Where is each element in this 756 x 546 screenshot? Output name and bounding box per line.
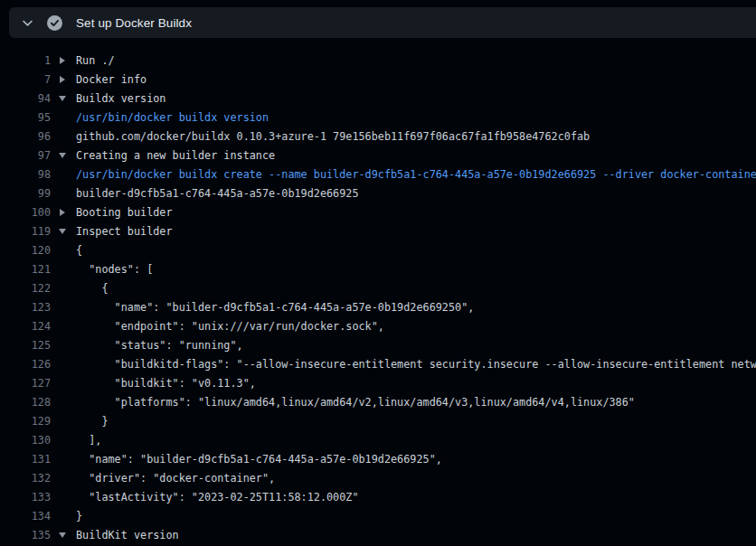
log-line: 129 } xyxy=(0,411,756,430)
line-number[interactable]: 135 xyxy=(0,529,51,541)
line-number[interactable]: 121 xyxy=(0,263,51,276)
log-line: 127 "buildkit": "v0.11.3", xyxy=(0,373,756,392)
line-number[interactable]: 123 xyxy=(0,301,51,314)
log-text: { xyxy=(74,244,756,257)
log-text: "name": "builder-d9cfb5a1-c764-445a-a57e… xyxy=(74,453,756,466)
line-number[interactable]: 7 xyxy=(0,73,51,86)
line-number[interactable]: 131 xyxy=(0,453,51,466)
group-title[interactable]: Docker info xyxy=(74,73,756,86)
chevron-down-icon[interactable] xyxy=(20,15,34,30)
log-group-row[interactable]: 97Creating a new builder instance xyxy=(0,146,756,165)
line-number[interactable]: 130 xyxy=(0,434,51,447)
log-text: "nodes": [ xyxy=(74,263,756,276)
group-title[interactable]: Booting builder xyxy=(74,206,756,219)
log-text: github.com/docker/buildx 0.10.3+azure-1 … xyxy=(74,130,756,143)
log-text: "driver": "docker-container", xyxy=(74,472,756,485)
log-line: 132 "driver": "docker-container", xyxy=(0,468,756,487)
group-title[interactable]: Buildx version xyxy=(74,92,756,105)
line-number[interactable]: 133 xyxy=(0,491,51,504)
group-toggle[interactable] xyxy=(51,209,74,216)
line-number[interactable]: 134 xyxy=(0,510,51,522)
log-line: 95/usr/bin/docker buildx version xyxy=(0,108,756,127)
log-text: builder-d9cfb5a1-c764-445a-a57e-0b19d2e6… xyxy=(74,187,756,200)
line-number[interactable]: 126 xyxy=(0,358,51,371)
command-text: /usr/bin/docker buildx create --name bui… xyxy=(74,168,756,181)
step-header[interactable]: Set up Docker Buildx xyxy=(9,7,756,38)
group-title[interactable]: BuildKit version xyxy=(74,529,756,541)
group-toggle[interactable] xyxy=(51,229,74,234)
line-number[interactable]: 122 xyxy=(0,282,51,295)
log-text: "lastActivity": "2023-02-25T11:58:12.000… xyxy=(74,491,756,504)
group-toggle[interactable] xyxy=(51,96,74,101)
log-text: } xyxy=(74,510,756,522)
log-line: 122 { xyxy=(0,278,756,297)
line-number[interactable]: 95 xyxy=(0,111,51,124)
log-line: 120{ xyxy=(0,240,756,259)
line-number[interactable]: 125 xyxy=(0,339,51,352)
chevron-right-icon[interactable] xyxy=(60,57,65,64)
line-number[interactable]: 1 xyxy=(0,54,51,67)
line-number[interactable]: 120 xyxy=(0,244,51,257)
log-line: 121 "nodes": [ xyxy=(0,259,756,278)
line-number[interactable]: 97 xyxy=(0,149,51,162)
log-line: 131 "name": "builder-d9cfb5a1-c764-445a-… xyxy=(0,449,756,468)
log-line: 125 "status": "running", xyxy=(0,335,756,354)
log-group-row[interactable]: 100Booting builder xyxy=(0,202,756,221)
log-output[interactable]: 1Run ./7Docker info94Buildx version95/us… xyxy=(0,42,756,546)
log-group-row[interactable]: 135BuildKit version xyxy=(0,525,756,544)
line-number[interactable]: 99 xyxy=(0,187,51,200)
log-line: 134} xyxy=(0,506,756,525)
group-toggle[interactable] xyxy=(51,57,74,64)
chevron-down-icon[interactable] xyxy=(59,153,66,158)
group-toggle[interactable] xyxy=(51,532,74,538)
log-line: 96github.com/docker/buildx 0.10.3+azure-… xyxy=(0,127,756,146)
command-text: /usr/bin/docker buildx version xyxy=(74,111,756,124)
log-line: 98/usr/bin/docker buildx create --name b… xyxy=(0,165,756,184)
line-number[interactable]: 127 xyxy=(0,377,51,390)
line-number[interactable]: 96 xyxy=(0,130,51,143)
line-number[interactable]: 94 xyxy=(0,92,51,105)
line-number[interactable]: 132 xyxy=(0,472,51,485)
chevron-right-icon[interactable] xyxy=(60,76,65,83)
log-text: } xyxy=(74,415,756,428)
log-text: "buildkit": "v0.11.3", xyxy=(74,377,756,390)
log-text: "platforms": "linux/amd64,linux/amd64/v2… xyxy=(74,396,756,409)
log-group-row[interactable]: 7Docker info xyxy=(0,70,756,89)
log-line: 124 "endpoint": "unix:///var/run/docker.… xyxy=(0,316,756,335)
step-title: Set up Docker Buildx xyxy=(76,16,192,30)
log-group-row[interactable]: 94Buildx version xyxy=(0,89,756,108)
check-circle-icon xyxy=(47,15,62,31)
log-text: ], xyxy=(74,434,756,447)
group-toggle[interactable] xyxy=(51,153,74,158)
log-text: "endpoint": "unix:///var/run/docker.sock… xyxy=(74,320,756,333)
line-number[interactable]: 119 xyxy=(0,225,51,238)
log-text: "status": "running", xyxy=(74,339,756,352)
chevron-down-icon[interactable] xyxy=(59,229,66,234)
log-line: 99builder-d9cfb5a1-c764-445a-a57e-0b19d2… xyxy=(0,184,756,202)
log-group-row[interactable]: 119Inspect builder xyxy=(0,221,756,240)
log-text: { xyxy=(74,282,756,295)
line-number[interactable]: 128 xyxy=(0,396,51,409)
line-number[interactable]: 129 xyxy=(0,415,51,428)
log-line: 126 "buildkitd-flags": "--allow-insecure… xyxy=(0,354,756,373)
line-number[interactable]: 100 xyxy=(0,206,51,219)
log-text: "buildkitd-flags": "--allow-insecure-ent… xyxy=(74,358,756,371)
line-number[interactable]: 124 xyxy=(0,320,51,333)
log-text: "name": "builder-d9cfb5a1-c764-445a-a57e… xyxy=(74,301,756,314)
log-group-row[interactable]: 1Run ./ xyxy=(0,51,756,70)
log-line: 133 "lastActivity": "2023-02-25T11:58:12… xyxy=(0,487,756,506)
chevron-down-icon[interactable] xyxy=(59,532,66,538)
log-line: 128 "platforms": "linux/amd64,linux/amd6… xyxy=(0,392,756,411)
chevron-down-icon[interactable] xyxy=(59,96,66,101)
group-toggle[interactable] xyxy=(51,76,74,83)
group-title[interactable]: Run ./ xyxy=(74,54,756,67)
chevron-right-icon[interactable] xyxy=(60,209,65,216)
log-line: 123 "name": "builder-d9cfb5a1-c764-445a-… xyxy=(0,297,756,316)
line-number[interactable]: 98 xyxy=(0,168,51,181)
group-title[interactable]: Inspect builder xyxy=(74,225,756,238)
log-line: 130 ], xyxy=(0,430,756,449)
group-title[interactable]: Creating a new builder instance xyxy=(74,149,756,162)
